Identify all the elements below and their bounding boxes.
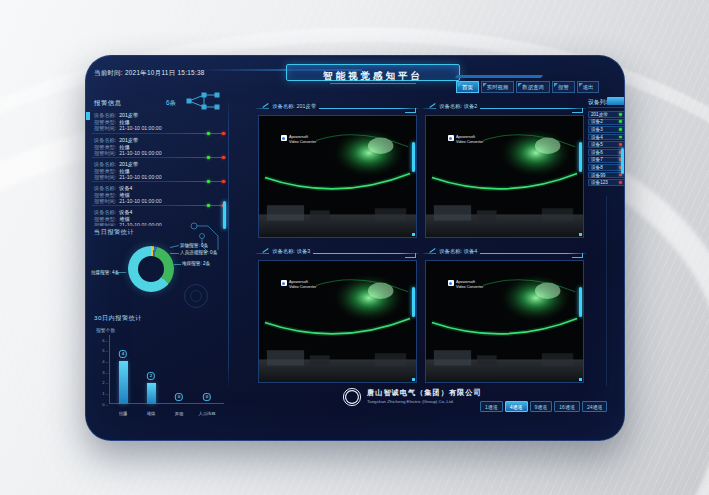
device-list-scrollbar[interactable] <box>621 148 624 174</box>
video-grid: 设备名称: 201皮带 ApowersoftVideo Converter <box>256 101 586 386</box>
device-list: 201皮带设备2设备3设备4设备5设备6设备7设备8设备99设备123 <box>588 111 625 187</box>
device-list-item[interactable]: 设备123 <box>588 179 625 186</box>
alarm-panel-title: 报警信息 <box>94 99 122 108</box>
apowersoft-watermark: ApowersoftVideo Converter <box>281 280 316 289</box>
video-scrollbar[interactable] <box>579 287 582 317</box>
alarm-type: 堆煤 <box>119 216 129 223</box>
bar <box>119 361 128 404</box>
edge-notch-decoration <box>86 112 90 120</box>
video-scrollbar[interactable] <box>412 142 415 172</box>
apowersoft-logo-icon <box>448 135 454 141</box>
video-feed[interactable]: ApowersoftVideo Converter <box>258 115 417 238</box>
device-name: 设备4 <box>591 135 603 140</box>
field-label: 报警类型: <box>94 192 116 199</box>
ok-led-icon <box>207 180 211 184</box>
video-frame <box>259 261 416 382</box>
status-dot-icon <box>619 128 622 131</box>
video-panel-4: 设备名称: 设备4 ApowersoftVideo Converter <box>423 246 586 386</box>
video-scrollbar[interactable] <box>412 287 415 317</box>
alarm-status-leds <box>162 156 226 160</box>
device-list-item[interactable]: 设备7 <box>588 157 625 164</box>
bar <box>147 383 156 404</box>
watermark-text: ApowersoftVideo Converter <box>456 135 483 144</box>
device-list-item[interactable]: 设备3 <box>588 126 625 133</box>
field-label: 报警时间: <box>94 198 116 205</box>
today-stats-title: 当日报警统计 <box>94 228 134 237</box>
bar-value-badge: 0 <box>175 393 183 401</box>
device-list-item[interactable]: 设备5 <box>588 141 625 148</box>
video-title: 设备名称: 设备2 <box>436 103 480 110</box>
video-scrollbar[interactable] <box>579 142 582 172</box>
video-feed[interactable]: ApowersoftVideo Converter <box>425 260 584 383</box>
status-dot-icon <box>619 120 622 123</box>
alarm-status-leds <box>162 132 226 136</box>
field-label: 设备名称: <box>94 137 116 144</box>
dashboard-panel: 当前时间: 2021年10月11日 15:15:38 智能视觉感知平台 首页实时… <box>85 55 625 441</box>
nav-button[interactable]: 首页 <box>456 81 479 93</box>
right-column-line <box>606 196 607 386</box>
y-axis-tick: 3 – <box>96 370 108 375</box>
device-list-item[interactable]: 设备99 <box>588 172 625 179</box>
nav-button[interactable]: 退出 <box>577 81 600 93</box>
device-list-item[interactable]: 设备4 <box>588 134 625 141</box>
corner-dot-decoration <box>412 233 415 236</box>
video-panel-header: 设备名称: 设备4 <box>423 246 586 259</box>
error-led-icon <box>222 132 226 136</box>
callout-line <box>116 272 126 273</box>
title-underline-decoration <box>330 83 416 84</box>
alarm-count-badge: 6条 <box>166 99 176 108</box>
page-title-text: 智能视觉感知平台 <box>323 70 423 81</box>
page-title: 智能视觉感知平台 <box>286 64 460 81</box>
apowersoft-watermark: ApowersoftVideo Converter <box>281 135 316 144</box>
video-frame <box>426 261 583 382</box>
watermark-emblem <box>184 284 208 308</box>
bar-chart-ylabel: 报警个数 <box>96 327 115 333</box>
alarm-type: 堆煤 <box>119 192 129 199</box>
channel-button[interactable]: 1通道 <box>480 401 503 412</box>
alarm-type: 拉爆 <box>119 144 129 151</box>
nav-button[interactable]: 数据查询 <box>516 81 550 93</box>
company-logo <box>342 387 362 407</box>
watermark-text: ApowersoftVideo Converter <box>289 280 316 289</box>
corner-dot-decoration <box>579 233 582 236</box>
alarm-list-item[interactable]: 设备名称:201皮带报警类型:拉爆报警时间:21-10-10 01:00:00 <box>92 157 226 181</box>
device-list-tab[interactable] <box>607 97 625 105</box>
device-list-item[interactable]: 设备6 <box>588 149 625 156</box>
ok-led-icon <box>207 204 211 208</box>
device-list-item[interactable]: 设备8 <box>588 164 625 171</box>
device-name: 设备2 <box>591 119 603 124</box>
donut-callout: 人员违规报警: 0条 <box>180 250 217 255</box>
channel-button[interactable]: 9通道 <box>530 401 553 412</box>
device-name: 设备3 <box>591 127 603 132</box>
field-label: 报警类型: <box>94 119 116 126</box>
video-feed[interactable]: ApowersoftVideo Converter <box>425 115 584 238</box>
video-panel-2: 设备名称: 设备2 ApowersoftVideo Converter <box>423 101 586 241</box>
alarm-list-item[interactable]: 设备名称:设备4报警类型:堆煤报警时间:21-10-10 01:00:00 <box>92 181 226 205</box>
watermark-text: ApowersoftVideo Converter <box>456 280 483 289</box>
nav-bar: 首页实时视频数据查询报警退出 <box>456 81 599 93</box>
alarm-time: 21-10-10 01:00:00 <box>119 150 161 157</box>
ok-led-icon <box>207 132 211 136</box>
y-axis-tick: 1 – <box>96 391 108 396</box>
channel-button[interactable]: 16通道 <box>554 401 580 412</box>
alarm-list-item[interactable]: 设备名称:201皮带报警类型:拉爆报警时间:21-10-10 01:00:00 <box>92 133 226 157</box>
channel-bar: 1通道4通道9通道16通道24通道 <box>480 401 607 412</box>
status-dot-icon <box>619 174 622 177</box>
device-name: 201皮带 <box>119 137 138 144</box>
device-name: 设备4 <box>119 185 132 192</box>
channel-button[interactable]: 4通道 <box>505 401 528 412</box>
device-list-item[interactable]: 201皮带 <box>588 111 625 118</box>
y-axis-tick: 2 – <box>96 380 108 385</box>
alarm-list-item[interactable]: 设备名称:201皮带报警类型:拉爆报警时间:21-10-10 01:00:00 <box>92 109 226 133</box>
device-list-item[interactable]: 设备2 <box>588 119 625 126</box>
left-column-divider <box>228 96 229 392</box>
apowersoft-watermark: ApowersoftVideo Converter <box>448 135 483 144</box>
page-background: 当前时间: 2021年10月11日 15:15:38 智能视觉感知平台 首页实时… <box>0 0 709 495</box>
nav-button[interactable]: 实时视频 <box>481 81 515 93</box>
video-panel-3: 设备名称: 设备3 ApowersoftVideo Converter <box>256 246 419 386</box>
video-title: 设备名称: 设备3 <box>269 248 313 255</box>
nav-button[interactable]: 报警 <box>552 81 575 93</box>
channel-button[interactable]: 24通道 <box>582 401 608 412</box>
video-feed[interactable]: ApowersoftVideo Converter <box>258 260 417 383</box>
video-frame <box>426 116 583 237</box>
